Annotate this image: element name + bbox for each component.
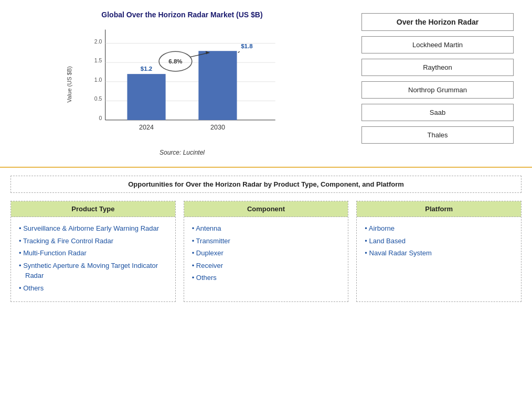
product-type-body: Surveillance & Airborne Early Warning Ra… [11, 217, 175, 301]
list-item: Land Based [365, 236, 513, 246]
svg-text:1.0: 1.0 [94, 77, 102, 83]
svg-text:$1.2: $1.2 [141, 66, 152, 72]
svg-text:2030: 2030 [210, 124, 225, 131]
company-saab: Saab [361, 104, 514, 121]
bottom-title: Opportunities for Over the Horizon Radar… [10, 176, 522, 193]
platform-body: Airborne Land Based Naval Radar System [357, 217, 521, 267]
svg-text:$1.8: $1.8 [241, 43, 253, 49]
list-item: Surveillance & Airborne Early Warning Ra… [19, 223, 167, 234]
svg-text:2024: 2024 [139, 124, 154, 131]
bar-chart: 0 0.5 1.0 1.5 2.0 $1.2 2024 2030 [67, 24, 297, 145]
component-body: Antenna Transmitter Duplexer Receiver Ot… [184, 217, 348, 291]
svg-text:0: 0 [99, 115, 102, 121]
chart-title: Global Over the Horizon Radar Market (US… [16, 10, 348, 19]
company-raytheon: Raytheon [361, 59, 514, 76]
top-section: Global Over the Horizon Radar Market (US… [0, 0, 532, 168]
right-panel: Over the Horizon Radar Lockheed Martin R… [354, 5, 522, 167]
component-column: Component Antenna Transmitter Duplexer R… [184, 201, 349, 302]
list-item: Others [19, 283, 167, 294]
platform-column: Platform Airborne Land Based Naval Radar… [356, 201, 522, 302]
list-item: Duplexer [192, 248, 341, 258]
company-northrop: Northrop Grumman [361, 81, 514, 99]
svg-text:0.5: 0.5 [94, 96, 102, 102]
source-text: Source: Lucintel [16, 149, 348, 156]
bar-2030 [198, 51, 237, 120]
component-header: Component [184, 201, 348, 217]
chart-container: Value (US $B) 0 0.5 1.0 1.5 2.0 $1 [67, 24, 297, 145]
product-type-column: Product Type Surveillance & Airborne Ear… [10, 201, 176, 302]
list-item: Transmitter [192, 236, 341, 246]
list-item: Multi-Function Radar [19, 248, 167, 258]
company-lockheed: Lockheed Martin [361, 36, 514, 53]
list-item: Synthetic Aperture & Moving Target Indic… [19, 261, 167, 281]
list-item: Naval Radar System [365, 248, 513, 258]
bottom-section: Opportunities for Over the Horizon Radar… [0, 168, 532, 312]
chart-area: Global Over the Horizon Radar Market (US… [10, 5, 354, 167]
product-type-header: Product Type [11, 201, 175, 217]
main-company-box: Over the Horizon Radar [361, 13, 514, 31]
company-thales: Thales [361, 126, 514, 144]
columns-row: Product Type Surveillance & Airborne Ear… [10, 201, 522, 302]
list-item: Receiver [192, 261, 341, 271]
svg-text:6.8%: 6.8% [168, 58, 182, 64]
svg-line-15 [238, 51, 240, 52]
platform-header: Platform [357, 201, 521, 217]
list-item: Airborne [365, 223, 513, 234]
svg-text:1.5: 1.5 [94, 58, 102, 63]
list-item: Others [192, 273, 341, 283]
bar-2024 [127, 74, 165, 120]
svg-text:2.0: 2.0 [94, 39, 102, 45]
list-item: Antenna [192, 223, 341, 234]
y-axis-label: Value (US $B) [66, 66, 72, 103]
list-item: Tracking & Fire Control Radar [19, 236, 167, 246]
